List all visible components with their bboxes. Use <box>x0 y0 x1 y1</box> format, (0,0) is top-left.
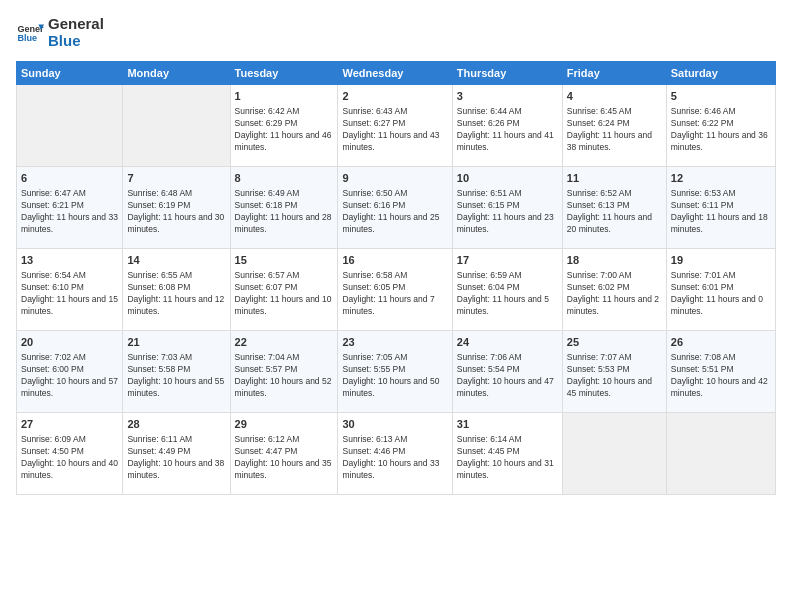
cell-content: Daylight: 11 hours and 36 minutes. <box>671 130 771 154</box>
day-number: 25 <box>567 335 662 350</box>
calendar-cell: 7Sunrise: 6:48 AMSunset: 6:19 PMDaylight… <box>123 167 230 249</box>
calendar-table: SundayMondayTuesdayWednesdayThursdayFrid… <box>16 61 776 495</box>
cell-content: Daylight: 11 hours and 20 minutes. <box>567 212 662 236</box>
cell-content: Sunrise: 6:49 AM <box>235 188 334 200</box>
cell-content: Sunrise: 7:05 AM <box>342 352 447 364</box>
cell-content: Sunset: 5:55 PM <box>342 364 447 376</box>
calendar-cell <box>562 413 666 495</box>
calendar-cell: 18Sunrise: 7:00 AMSunset: 6:02 PMDayligh… <box>562 249 666 331</box>
calendar-cell: 16Sunrise: 6:58 AMSunset: 6:05 PMDayligh… <box>338 249 452 331</box>
cell-content: Sunset: 6:05 PM <box>342 282 447 294</box>
cell-content: Sunset: 6:22 PM <box>671 118 771 130</box>
day-number: 12 <box>671 171 771 186</box>
weekday-header: Sunday <box>17 62 123 85</box>
cell-content: Sunset: 4:46 PM <box>342 446 447 458</box>
cell-content: Sunrise: 7:00 AM <box>567 270 662 282</box>
calendar-cell <box>666 413 775 495</box>
cell-content: Sunset: 6:18 PM <box>235 200 334 212</box>
cell-content: Daylight: 11 hours and 12 minutes. <box>127 294 225 318</box>
cell-content: Sunset: 5:57 PM <box>235 364 334 376</box>
cell-content: Sunrise: 6:14 AM <box>457 434 558 446</box>
cell-content: Sunset: 6:16 PM <box>342 200 447 212</box>
day-number: 28 <box>127 417 225 432</box>
logo-icon: General Blue <box>16 19 44 47</box>
day-number: 17 <box>457 253 558 268</box>
calendar-cell: 19Sunrise: 7:01 AMSunset: 6:01 PMDayligh… <box>666 249 775 331</box>
day-number: 14 <box>127 253 225 268</box>
calendar-cell: 13Sunrise: 6:54 AMSunset: 6:10 PMDayligh… <box>17 249 123 331</box>
calendar-cell: 22Sunrise: 7:04 AMSunset: 5:57 PMDayligh… <box>230 331 338 413</box>
cell-content: Sunrise: 6:58 AM <box>342 270 447 282</box>
day-number: 29 <box>235 417 334 432</box>
calendar-cell: 4Sunrise: 6:45 AMSunset: 6:24 PMDaylight… <box>562 85 666 167</box>
weekday-header: Thursday <box>452 62 562 85</box>
cell-content: Daylight: 11 hours and 15 minutes. <box>21 294 118 318</box>
day-number: 2 <box>342 89 447 104</box>
cell-content: Daylight: 11 hours and 28 minutes. <box>235 212 334 236</box>
calendar-week-row: 1Sunrise: 6:42 AMSunset: 6:29 PMDaylight… <box>17 85 776 167</box>
calendar-cell: 31Sunrise: 6:14 AMSunset: 4:45 PMDayligh… <box>452 413 562 495</box>
cell-content: Sunset: 6:11 PM <box>671 200 771 212</box>
calendar-week-row: 13Sunrise: 6:54 AMSunset: 6:10 PMDayligh… <box>17 249 776 331</box>
day-number: 16 <box>342 253 447 268</box>
cell-content: Sunrise: 7:07 AM <box>567 352 662 364</box>
calendar-cell: 30Sunrise: 6:13 AMSunset: 4:46 PMDayligh… <box>338 413 452 495</box>
calendar-cell: 15Sunrise: 6:57 AMSunset: 6:07 PMDayligh… <box>230 249 338 331</box>
day-number: 19 <box>671 253 771 268</box>
calendar-cell: 12Sunrise: 6:53 AMSunset: 6:11 PMDayligh… <box>666 167 775 249</box>
cell-content: Sunrise: 6:44 AM <box>457 106 558 118</box>
day-number: 11 <box>567 171 662 186</box>
cell-content: Sunrise: 6:11 AM <box>127 434 225 446</box>
cell-content: Daylight: 10 hours and 33 minutes. <box>342 458 447 482</box>
cell-content: Sunrise: 6:57 AM <box>235 270 334 282</box>
calendar-cell: 21Sunrise: 7:03 AMSunset: 5:58 PMDayligh… <box>123 331 230 413</box>
cell-content: Sunrise: 7:03 AM <box>127 352 225 364</box>
cell-content: Sunset: 6:04 PM <box>457 282 558 294</box>
calendar-cell: 10Sunrise: 6:51 AMSunset: 6:15 PMDayligh… <box>452 167 562 249</box>
calendar-cell: 11Sunrise: 6:52 AMSunset: 6:13 PMDayligh… <box>562 167 666 249</box>
calendar-cell: 6Sunrise: 6:47 AMSunset: 6:21 PMDaylight… <box>17 167 123 249</box>
calendar-body: 1Sunrise: 6:42 AMSunset: 6:29 PMDaylight… <box>17 85 776 495</box>
cell-content: Sunrise: 6:52 AM <box>567 188 662 200</box>
calendar-cell: 27Sunrise: 6:09 AMSunset: 4:50 PMDayligh… <box>17 413 123 495</box>
cell-content: Sunset: 6:21 PM <box>21 200 118 212</box>
cell-content: Daylight: 11 hours and 38 minutes. <box>567 130 662 154</box>
cell-content: Daylight: 11 hours and 18 minutes. <box>671 212 771 236</box>
day-number: 31 <box>457 417 558 432</box>
cell-content: Sunset: 4:45 PM <box>457 446 558 458</box>
cell-content: Sunset: 6:13 PM <box>567 200 662 212</box>
cell-content: Daylight: 11 hours and 43 minutes. <box>342 130 447 154</box>
calendar-cell: 2Sunrise: 6:43 AMSunset: 6:27 PMDaylight… <box>338 85 452 167</box>
cell-content: Sunset: 4:50 PM <box>21 446 118 458</box>
cell-content: Daylight: 11 hours and 10 minutes. <box>235 294 334 318</box>
calendar-header: SundayMondayTuesdayWednesdayThursdayFrid… <box>17 62 776 85</box>
cell-content: Sunrise: 7:04 AM <box>235 352 334 364</box>
cell-content: Sunrise: 7:02 AM <box>21 352 118 364</box>
calendar-cell: 26Sunrise: 7:08 AMSunset: 5:51 PMDayligh… <box>666 331 775 413</box>
cell-content: Daylight: 11 hours and 46 minutes. <box>235 130 334 154</box>
cell-content: Daylight: 10 hours and 47 minutes. <box>457 376 558 400</box>
calendar-cell <box>17 85 123 167</box>
cell-content: Daylight: 11 hours and 30 minutes. <box>127 212 225 236</box>
cell-content: Daylight: 11 hours and 5 minutes. <box>457 294 558 318</box>
cell-content: Sunset: 6:19 PM <box>127 200 225 212</box>
cell-content: Sunrise: 6:12 AM <box>235 434 334 446</box>
cell-content: Daylight: 10 hours and 42 minutes. <box>671 376 771 400</box>
logo-text-general: General <box>48 16 104 33</box>
page-header: General Blue General Blue <box>16 16 776 49</box>
calendar-cell: 24Sunrise: 7:06 AMSunset: 5:54 PMDayligh… <box>452 331 562 413</box>
cell-content: Daylight: 10 hours and 40 minutes. <box>21 458 118 482</box>
cell-content: Daylight: 11 hours and 7 minutes. <box>342 294 447 318</box>
cell-content: Sunset: 4:49 PM <box>127 446 225 458</box>
cell-content: Daylight: 10 hours and 38 minutes. <box>127 458 225 482</box>
cell-content: Sunset: 5:51 PM <box>671 364 771 376</box>
day-number: 22 <box>235 335 334 350</box>
cell-content: Sunset: 6:10 PM <box>21 282 118 294</box>
day-number: 7 <box>127 171 225 186</box>
cell-content: Daylight: 11 hours and 25 minutes. <box>342 212 447 236</box>
cell-content: Sunrise: 6:09 AM <box>21 434 118 446</box>
cell-content: Sunrise: 6:55 AM <box>127 270 225 282</box>
day-number: 9 <box>342 171 447 186</box>
logo-text-blue: Blue <box>48 33 104 50</box>
cell-content: Daylight: 11 hours and 2 minutes. <box>567 294 662 318</box>
